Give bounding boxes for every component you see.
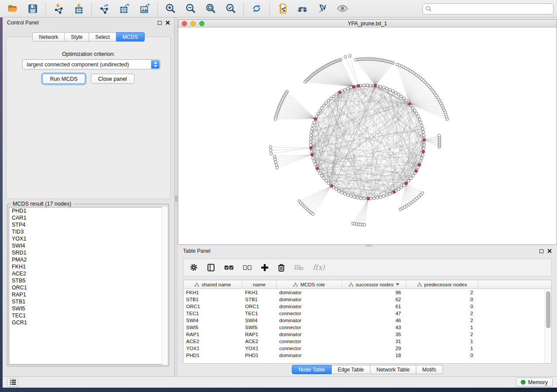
network-node[interactable] [385,194,388,196]
network-node[interactable] [325,102,327,104]
network-node[interactable] [346,87,349,90]
tab-network[interactable]: Network [32,32,65,41]
network-node[interactable] [350,86,353,89]
network-node[interactable] [418,118,421,120]
table-row[interactable]: PHD1PHD1dominator180 [183,352,545,359]
mcds-hub-node[interactable] [314,117,317,120]
network-node[interactable] [310,134,312,137]
mcds-result-item[interactable]: STB1 [9,298,167,305]
leaf-node[interactable] [270,152,272,155]
network-node[interactable] [422,131,425,133]
leaf-node[interactable] [274,117,277,120]
leaf-node[interactable] [304,80,306,83]
leaf-node[interactable] [349,55,351,57]
network-node[interactable] [327,182,330,184]
create-column-plus-icon[interactable] [261,264,269,272]
close-table-panel-icon[interactable] [547,249,552,253]
open-session-icon[interactable] [7,3,18,14]
tab-edge-table[interactable]: Edge Table [332,365,370,374]
network-node[interactable] [415,112,418,115]
mcds-hub-node[interactable] [418,164,421,166]
network-node[interactable] [379,196,382,198]
leaf-node[interactable] [396,63,398,65]
network-node[interactable] [421,127,424,130]
mcds-result-item[interactable]: PMA2 [9,256,167,263]
leaf-node[interactable] [311,213,314,215]
tab-select[interactable]: Select [89,32,116,41]
mcds-hub-node[interactable] [423,138,426,141]
network-node[interactable] [311,157,314,159]
network-node[interactable] [400,186,402,189]
mcds-hub-node[interactable] [374,84,377,87]
network-node[interactable] [422,134,425,137]
mcds-hub-node[interactable] [357,84,360,87]
network-node[interactable] [405,99,408,102]
zoom-fit-icon[interactable] [205,3,216,14]
mcds-hub-node[interactable] [310,146,312,149]
network-node[interactable] [366,84,369,86]
table-row[interactable]: ACE2ACE2connector311 [183,338,545,345]
network-node[interactable] [360,197,362,199]
network-search-box[interactable] [422,3,554,14]
network-node[interactable] [343,193,346,195]
network-node[interactable] [397,188,400,190]
network-node[interactable] [363,197,365,200]
network-node[interactable] [417,115,419,117]
mcds-hub-node[interactable] [415,170,417,172]
float-panel-icon[interactable] [158,21,162,25]
save-session-icon[interactable] [27,3,38,14]
export-table-icon[interactable] [119,3,130,14]
mcds-result-item[interactable]: RAP1 [9,291,167,298]
network-node[interactable] [313,121,315,124]
leaf-node[interactable] [344,55,346,58]
clone-network-icon[interactable] [277,3,288,14]
network-node[interactable] [391,90,394,93]
table-row[interactable]: STB1STB1dominator620 [183,296,545,303]
leaf-node[interactable] [363,224,366,226]
mcds-hub-node[interactable] [316,167,318,170]
network-node[interactable] [329,97,332,100]
column-header-successor-nodes[interactable]: successor nodes [342,280,406,289]
network-node[interactable] [412,107,414,109]
refresh-icon[interactable] [251,3,262,14]
network-node[interactable] [322,104,325,107]
mcds-result-list[interactable]: PHD1CAR1STP4TID3YOX1SWI4SRD1PMA2FKH1ACE2… [9,207,167,364]
table-row[interactable]: RAP1RAP1dominator352 [183,331,545,338]
memory-button[interactable]: Memory [516,378,553,387]
network-node[interactable] [409,177,412,179]
select-all-columns-icon[interactable] [224,265,234,271]
leaf-node[interactable] [276,166,278,169]
network-node[interactable] [421,154,424,156]
leaf-node[interactable] [275,164,277,166]
network-node[interactable] [394,91,397,94]
network-node[interactable] [311,124,314,127]
network-graph[interactable] [178,28,557,244]
mcds-result-item[interactable]: TEC1 [9,312,167,319]
mcds-hub-node[interactable] [311,153,313,156]
tab-network-table[interactable]: Network Table [370,365,416,374]
leaf-node[interactable] [273,155,276,158]
network-node[interactable] [327,99,330,102]
network-node[interactable] [321,107,323,109]
splitter-grip[interactable] [175,196,177,202]
leaf-node[interactable] [274,161,277,163]
network-node[interactable] [311,127,313,130]
show-annotations-eye-icon[interactable] [337,3,348,14]
mcds-result-item[interactable]: ACE2 [9,270,167,277]
search-network-icon[interactable] [297,3,308,14]
search-input[interactable] [432,5,550,14]
network-node[interactable] [335,188,337,190]
network-node[interactable] [373,197,375,199]
table-row[interactable]: YOX1YOX1connector291 [183,345,545,352]
mcds-result-item[interactable]: CAR1 [9,214,167,221]
show-column-panel-icon[interactable] [207,264,215,272]
network-node[interactable] [346,194,349,196]
mcds-hub-node[interactable] [422,150,425,153]
float-table-panel-icon[interactable] [540,249,543,253]
tab-motifs[interactable]: Motifs [416,365,443,374]
leaf-node[interactable] [269,145,272,148]
network-node[interactable] [363,84,365,86]
network-node[interactable] [376,196,378,199]
network-node[interactable] [419,121,422,124]
mcds-hub-node[interactable] [367,197,370,200]
